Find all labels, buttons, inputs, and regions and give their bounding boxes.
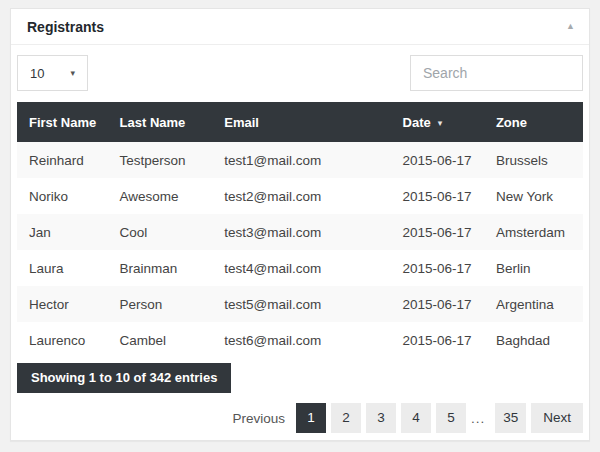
cell-email: test3@mail.com: [212, 214, 390, 250]
pagination-ellipsis: ...: [471, 411, 485, 426]
column-header-email[interactable]: Email: [212, 102, 390, 142]
page-title: Registrants: [27, 19, 104, 35]
page-button-2[interactable]: 2: [331, 403, 361, 433]
page-length-value: 10: [30, 66, 44, 81]
cell-zone: Argentina: [484, 286, 583, 322]
cell-first-name: Jan: [17, 214, 108, 250]
cell-email: test4@mail.com: [212, 250, 390, 286]
page-button-35[interactable]: 35: [495, 403, 526, 433]
registrants-metabox: Registrants ▲ 10 ▾ First Name Last Name …: [10, 8, 590, 441]
cell-last-name: Testperson: [108, 142, 213, 178]
cell-zone: Baghdad: [484, 322, 583, 358]
cell-email: test6@mail.com: [212, 322, 390, 358]
cell-email: test1@mail.com: [212, 142, 390, 178]
cell-date: 2015-06-17: [391, 250, 484, 286]
cell-first-name: Reinhard: [17, 142, 108, 178]
page-button-3[interactable]: 3: [366, 403, 396, 433]
table-row: Jan Cool test3@mail.com 2015-06-17 Amste…: [17, 214, 583, 250]
table-row: Noriko Awesome test2@mail.com 2015-06-17…: [17, 178, 583, 214]
column-header-first-name[interactable]: First Name: [17, 102, 108, 142]
column-header-last-name[interactable]: Last Name: [108, 102, 213, 142]
cell-zone: Amsterdam: [484, 214, 583, 250]
cell-zone: Berlin: [484, 250, 583, 286]
registrants-table: First Name Last Name Email Date▾ Zone Re…: [17, 102, 583, 358]
table-header-row: First Name Last Name Email Date▾ Zone: [17, 102, 583, 142]
column-header-zone[interactable]: Zone: [484, 102, 583, 142]
chevron-down-icon: ▾: [70, 68, 75, 78]
collapse-panel-icon[interactable]: ▲: [566, 22, 575, 31]
cell-date: 2015-06-17: [391, 322, 484, 358]
metabox-header: Registrants ▲: [11, 9, 589, 45]
cell-email: test2@mail.com: [212, 178, 390, 214]
cell-zone: New York: [484, 178, 583, 214]
sort-desc-icon: ▾: [438, 118, 443, 128]
cell-last-name: Awesome: [108, 178, 213, 214]
column-header-date[interactable]: Date▾: [391, 102, 484, 142]
page-button-5[interactable]: 5: [436, 403, 466, 433]
table-row: Reinhard Testperson test1@mail.com 2015-…: [17, 142, 583, 178]
table-row: Laura Brainman test4@mail.com 2015-06-17…: [17, 250, 583, 286]
page-length-select[interactable]: 10 ▾: [17, 55, 88, 91]
cell-date: 2015-06-17: [391, 142, 484, 178]
cell-zone: Brussels: [484, 142, 583, 178]
metabox-body: 10 ▾ First Name Last Name Email Date▾ Zo…: [11, 45, 589, 445]
cell-last-name: Cool: [108, 214, 213, 250]
cell-first-name: Laurenco: [17, 322, 108, 358]
cell-email: test5@mail.com: [212, 286, 390, 322]
search-input[interactable]: [410, 55, 583, 91]
cell-first-name: Noriko: [17, 178, 108, 214]
cell-last-name: Person: [108, 286, 213, 322]
cell-last-name: Cambel: [108, 322, 213, 358]
cell-date: 2015-06-17: [391, 214, 484, 250]
cell-last-name: Brainman: [108, 250, 213, 286]
next-page-button[interactable]: Next: [531, 403, 583, 433]
previous-page-button[interactable]: Previous: [232, 411, 285, 426]
cell-first-name: Hector: [17, 286, 108, 322]
entries-info-badge: Showing 1 to 10 of 342 entries: [17, 363, 231, 393]
pagination: Previous 1 2 3 4 5 ... 35 Next: [17, 403, 583, 433]
cell-first-name: Laura: [17, 250, 108, 286]
cell-date: 2015-06-17: [391, 286, 484, 322]
table-row: Hector Person test5@mail.com 2015-06-17 …: [17, 286, 583, 322]
table-row: Laurenco Cambel test6@mail.com 2015-06-1…: [17, 322, 583, 358]
cell-date: 2015-06-17: [391, 178, 484, 214]
page-button-1[interactable]: 1: [296, 403, 326, 433]
table-controls: 10 ▾: [17, 55, 583, 91]
page-button-4[interactable]: 4: [401, 403, 431, 433]
